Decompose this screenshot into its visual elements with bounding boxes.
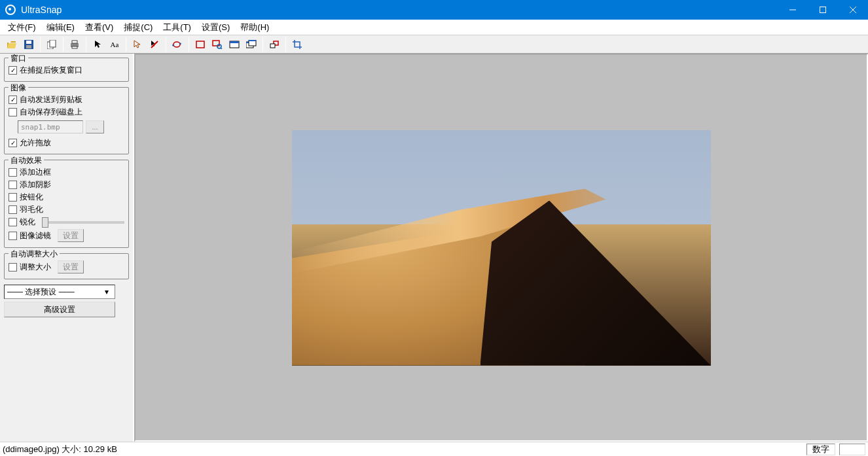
save-icon[interactable] — [21, 37, 37, 52]
label-add-shadow: 添加阴影 — [20, 179, 51, 190]
text-aa-label: Aa — [111, 41, 119, 48]
svg-rect-18 — [230, 41, 239, 43]
menubar: 文件(F) 编辑(E) 查看(V) 捕捉(C) 工具(T) 设置(S) 帮助(H… — [0, 20, 868, 35]
titlebar: UltraSnap — [0, 0, 868, 20]
menu-file[interactable]: 文件(F) — [3, 20, 41, 35]
status-numlock: 数字 — [806, 444, 835, 455]
filename-input[interactable] — [18, 120, 83, 133]
capture-region-zoom-icon[interactable] — [209, 37, 225, 52]
group-effects: 自动效果 添加边框 添加阴影 按钮化 羽毛化 锐化 图像滤镜设置 — [4, 160, 129, 248]
close-button[interactable] — [838, 0, 868, 20]
svg-rect-13 — [196, 41, 204, 48]
preset-select-label: —— 选择预设 —— — [7, 287, 75, 298]
svg-rect-1 — [820, 7, 826, 13]
checkbox-filter[interactable] — [9, 232, 17, 240]
group-resize: 自动调整大小 调整大小设置 — [4, 253, 129, 279]
minimize-button[interactable] — [778, 0, 808, 20]
checkbox-auto-save-disk[interactable] — [9, 108, 17, 116]
label-feather: 羽毛化 — [20, 204, 43, 215]
capture-object-icon[interactable] — [266, 37, 282, 52]
copy-icon[interactable] — [44, 37, 60, 52]
resize-settings-button[interactable]: 设置 — [58, 260, 84, 273]
capture-multi-window-icon[interactable] — [244, 37, 259, 52]
menu-settings[interactable]: 设置(S) — [196, 20, 235, 35]
checkbox-add-shadow[interactable] — [9, 181, 17, 189]
pointer-precision-icon[interactable] — [130, 37, 145, 52]
repeat-capture-icon[interactable] — [170, 37, 185, 52]
svg-rect-6 — [26, 45, 31, 48]
advanced-settings-button[interactable]: 高级设置 — [4, 302, 115, 317]
open-icon[interactable] — [4, 37, 20, 52]
svg-rect-5 — [26, 41, 31, 44]
checkbox-resize[interactable] — [9, 263, 17, 272]
group-image-legend: 图像 — [9, 82, 28, 94]
label-buttonize: 按钮化 — [20, 192, 43, 203]
status-empty-cell — [839, 444, 865, 455]
crop-icon[interactable] — [289, 37, 305, 52]
checkbox-allow-drag[interactable] — [9, 139, 17, 147]
label-restore-window: 在捕捉后恢复窗口 — [20, 65, 82, 76]
label-filter: 图像滤镜 — [20, 230, 51, 241]
group-window-legend: 窗口 — [9, 54, 28, 64]
maximize-button[interactable] — [808, 0, 838, 20]
svg-rect-10 — [72, 41, 77, 43]
statusbar: (ddimage0.jpg) 大小: 10.29 kB 数字 — [0, 442, 868, 456]
capture-region-icon[interactable] — [192, 37, 208, 52]
menu-view[interactable]: 查看(V) — [80, 20, 118, 35]
label-add-border: 添加边框 — [20, 167, 51, 178]
menu-help[interactable]: 帮助(H) — [235, 20, 274, 35]
svg-rect-8 — [50, 40, 56, 47]
svg-line-16 — [221, 48, 222, 49]
menu-capture[interactable]: 捕捉(C) — [118, 20, 158, 35]
checkbox-auto-clipboard[interactable] — [9, 96, 17, 104]
app-icon — [5, 5, 16, 15]
label-allow-drag: 允许拖放 — [20, 137, 51, 149]
svg-rect-11 — [72, 46, 77, 48]
checkbox-add-border[interactable] — [9, 168, 17, 177]
filter-settings-button[interactable]: 设置 — [58, 229, 84, 242]
checkbox-restore-window[interactable] — [9, 66, 17, 75]
label-auto-save-disk: 自动保存到磁盘上 — [20, 107, 82, 118]
group-image: 图像 自动发送到剪贴板 自动保存到磁盘上 ... 允许拖放 — [4, 87, 129, 154]
pointer-icon[interactable] — [90, 37, 105, 52]
svg-rect-24 — [270, 44, 275, 48]
text-icon[interactable]: Aa — [107, 37, 122, 52]
cancel-capture-icon[interactable] — [147, 37, 162, 52]
browse-button[interactable]: ... — [86, 120, 104, 133]
app-title: UltraSnap — [21, 5, 778, 15]
menu-edit[interactable]: 编辑(E) — [41, 20, 80, 35]
checkbox-sharpen[interactable] — [9, 218, 17, 226]
toolbar: Aa — [0, 35, 868, 54]
sharpen-slider[interactable] — [42, 221, 124, 224]
preset-select[interactable]: —— 选择预设 —— ▾ — [4, 285, 115, 299]
status-file-info: (ddimage0.jpg) 大小: 10.29 kB — [3, 444, 117, 455]
group-effects-legend: 自动效果 — [9, 155, 44, 166]
checkbox-buttonize[interactable] — [9, 193, 17, 202]
label-auto-clipboard: 自动发送到剪贴板 — [20, 94, 82, 105]
svg-rect-22 — [249, 40, 256, 41]
checkbox-feather[interactable] — [9, 205, 17, 214]
capture-window-icon[interactable] — [226, 37, 242, 52]
label-sharpen: 锐化 — [20, 217, 35, 228]
label-resize: 调整大小 — [20, 262, 51, 273]
canvas-area — [134, 54, 868, 442]
group-window: 窗口 在捕捉后恢复窗口 — [4, 58, 129, 82]
print-icon[interactable] — [67, 37, 82, 52]
dropdown-arrow-icon: ▾ — [101, 287, 112, 296]
image-preview[interactable] — [292, 130, 711, 366]
group-resize-legend: 自动调整大小 — [9, 249, 60, 260]
menu-tools[interactable]: 工具(T) — [158, 20, 196, 35]
sidebar: 窗口 在捕捉后恢复窗口 图像 自动发送到剪贴板 自动保存到磁盘上 ... — [0, 54, 134, 442]
